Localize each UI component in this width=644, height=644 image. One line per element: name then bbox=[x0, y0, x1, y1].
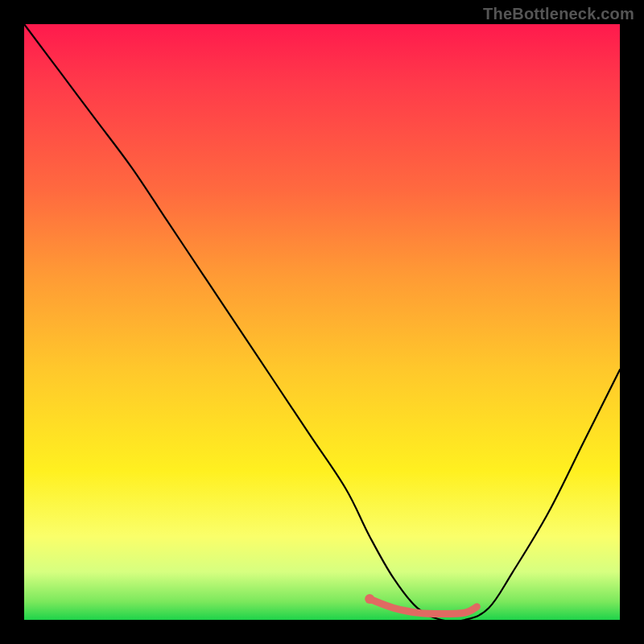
watermark-text: TheBottleneck.com bbox=[483, 5, 634, 23]
highlight-start-dot bbox=[365, 594, 374, 604]
chart-frame: TheBottleneck.com bbox=[0, 0, 644, 644]
plot-area bbox=[24, 24, 620, 620]
bottleneck-curve bbox=[24, 24, 620, 621]
flat-minimum-marker bbox=[369, 599, 477, 614]
chart-svg bbox=[24, 24, 620, 620]
